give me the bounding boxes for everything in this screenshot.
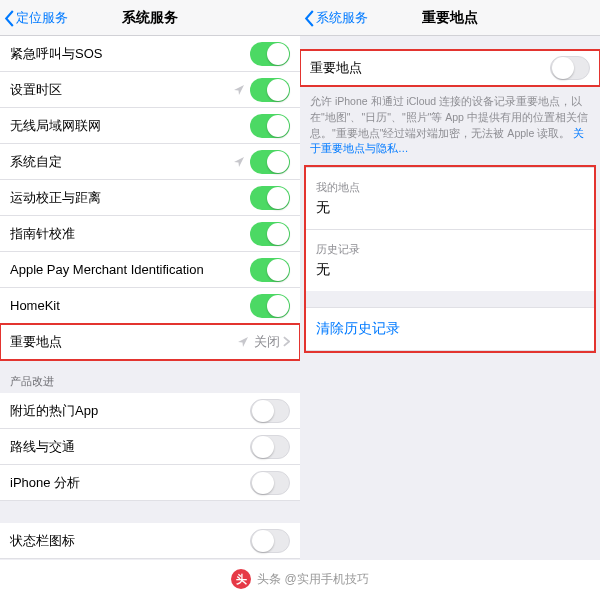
- toggle-switch[interactable]: [250, 258, 290, 282]
- clear-history-button[interactable]: 清除历史记录: [306, 307, 594, 351]
- toggle-switch[interactable]: [250, 399, 290, 423]
- location-icon: [233, 156, 245, 168]
- chevron-right-icon: [283, 336, 290, 347]
- toggle-switch[interactable]: [250, 78, 290, 102]
- back-label: 系统服务: [316, 9, 368, 27]
- row-label: 状态栏图标: [10, 532, 250, 550]
- row-label: 运动校正与距离: [10, 189, 250, 207]
- settings-row[interactable]: 指南针校准: [0, 216, 300, 252]
- toggle-switch[interactable]: [250, 150, 290, 174]
- section-label: 产品改进: [0, 360, 300, 393]
- screen-significant-locations: 系统服务 重要地点 重要地点 允许 iPhone 和通过 iCloud 连接的设…: [300, 0, 600, 560]
- row-label: 设置时区: [10, 81, 233, 99]
- toggle-label: 重要地点: [310, 59, 550, 77]
- row-label: iPhone 分析: [10, 474, 250, 492]
- settings-row[interactable]: 无线局域网联网: [0, 108, 300, 144]
- settings-row[interactable]: 路线与交通: [0, 429, 300, 465]
- toggle-switch[interactable]: [250, 42, 290, 66]
- back-label: 定位服务: [16, 9, 68, 27]
- settings-row[interactable]: 设置时区: [0, 72, 300, 108]
- toggle-switch[interactable]: [550, 56, 590, 80]
- significant-locations-toggle-row[interactable]: 重要地点: [300, 50, 600, 86]
- settings-row[interactable]: 状态栏图标: [0, 523, 300, 559]
- back-button[interactable]: 定位服务: [4, 0, 68, 36]
- watermark: 头 头条 @实用手机技巧: [0, 560, 600, 598]
- settings-row[interactable]: 运动校正与距离: [0, 180, 300, 216]
- settings-row[interactable]: 重要地点关闭: [0, 324, 300, 360]
- toggle-switch[interactable]: [250, 529, 290, 553]
- settings-row[interactable]: HomeKit: [0, 288, 300, 324]
- screen-system-services: 定位服务 系统服务 紧急呼叫与SOS设置时区无线局域网联网系统自定运动校正与距离…: [0, 0, 300, 560]
- row-label: 指南针校准: [10, 225, 250, 243]
- settings-row[interactable]: 系统自定: [0, 144, 300, 180]
- history-label: 历史记录: [306, 230, 594, 259]
- toggle-switch[interactable]: [250, 471, 290, 495]
- settings-row[interactable]: 附近的热门App: [0, 393, 300, 429]
- toggle-switch[interactable]: [250, 294, 290, 318]
- chevron-left-icon: [304, 10, 315, 27]
- footer-note: 当以上服务项目请求获得您的位置信息时，在状态栏显示"定位服务"的图标。: [0, 559, 300, 560]
- nav-header: 系统服务 重要地点: [300, 0, 600, 36]
- row-label: 重要地点: [10, 333, 237, 351]
- location-icon: [237, 336, 249, 348]
- row-label: 附近的热门App: [10, 402, 250, 420]
- toggle-switch[interactable]: [250, 186, 290, 210]
- row-status: 关闭: [254, 333, 280, 351]
- row-label: HomeKit: [10, 298, 250, 313]
- chevron-left-icon: [4, 10, 15, 27]
- row-label: 系统自定: [10, 153, 233, 171]
- row-label: 路线与交通: [10, 438, 250, 456]
- row-label: Apple Pay Merchant Identification: [10, 262, 250, 277]
- page-title: 重要地点: [422, 9, 478, 27]
- my-places-label: 我的地点: [306, 168, 594, 197]
- back-button[interactable]: 系统服务: [304, 0, 368, 36]
- my-places-value: 无: [306, 197, 594, 229]
- location-icon: [233, 84, 245, 96]
- toggle-switch[interactable]: [250, 222, 290, 246]
- toggle-switch[interactable]: [250, 114, 290, 138]
- page-title: 系统服务: [122, 9, 178, 27]
- row-label: 无线局域网联网: [10, 117, 250, 135]
- toutiao-icon: 头: [231, 569, 251, 589]
- history-value: 无: [306, 259, 594, 291]
- settings-row[interactable]: 紧急呼叫与SOS: [0, 36, 300, 72]
- toggle-switch[interactable]: [250, 435, 290, 459]
- row-label: 紧急呼叫与SOS: [10, 45, 250, 63]
- nav-header: 定位服务 系统服务: [0, 0, 300, 36]
- settings-row[interactable]: Apple Pay Merchant Identification: [0, 252, 300, 288]
- description-text: 允许 iPhone 和通过 iCloud 连接的设备记录重要地点，以在"地图"、…: [300, 86, 600, 165]
- highlighted-box: 我的地点 无 历史记录 无 清除历史记录: [304, 165, 596, 353]
- settings-row[interactable]: iPhone 分析: [0, 465, 300, 501]
